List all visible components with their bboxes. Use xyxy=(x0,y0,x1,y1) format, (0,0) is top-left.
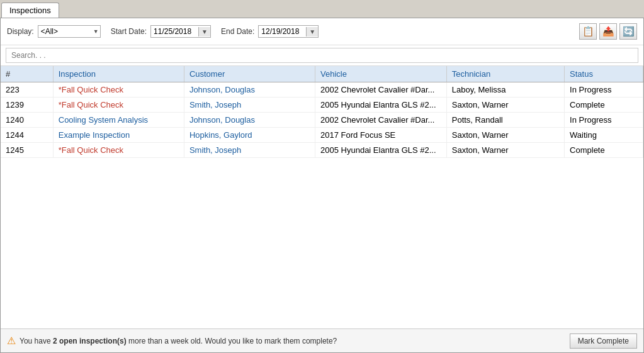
start-date-group: Start Date: ▼ xyxy=(111,25,211,38)
cell-inspection[interactable]: Cooling System Analysis xyxy=(53,113,184,128)
main-content-area: # Inspection Customer Vehicle Technician… xyxy=(1,66,643,328)
table-row[interactable]: 1239*Fall Quick CheckSmith, Joseph2005 H… xyxy=(1,98,643,113)
cell-customer[interactable]: Johnson, Douglas xyxy=(184,113,315,128)
cell-inspection[interactable]: *Fall Quick Check xyxy=(53,143,184,158)
table-container: # Inspection Customer Vehicle Technician… xyxy=(1,66,643,328)
table-row[interactable]: 1240Cooling System AnalysisJohnson, Doug… xyxy=(1,113,643,128)
col-header-customer: Customer xyxy=(184,66,315,82)
cell-num: 1240 xyxy=(1,113,53,128)
cell-technician: Laboy, Melissa xyxy=(446,82,564,98)
start-date-input[interactable] xyxy=(151,26,198,37)
display-group: Display: <All> ▼ xyxy=(7,25,101,38)
end-date-wrapper: ▼ xyxy=(258,25,319,38)
warning-text-open: open inspection(s) xyxy=(59,337,127,345)
search-bar xyxy=(1,45,643,66)
cell-status: Complete xyxy=(565,143,643,158)
cell-technician: Saxton, Warner xyxy=(446,128,564,143)
col-header-num: # xyxy=(1,66,53,82)
col-header-vehicle: Vehicle xyxy=(315,66,447,82)
warning-bold-count: 2 xyxy=(53,337,57,345)
table-header-row: # Inspection Customer Vehicle Technician… xyxy=(1,66,643,82)
cell-num: 1239 xyxy=(1,98,53,113)
cell-vehicle: 2002 Chevrolet Cavalier #Dar... xyxy=(315,82,447,98)
cell-customer[interactable]: Smith, Joseph xyxy=(184,143,315,158)
warning-icon: ⚠ xyxy=(7,335,16,347)
cell-vehicle: 2002 Chevrolet Cavalier #Dar... xyxy=(315,113,447,128)
display-select[interactable]: <All> xyxy=(38,25,101,38)
end-date-picker-btn[interactable]: ▼ xyxy=(306,27,318,36)
start-date-picker-btn[interactable]: ▼ xyxy=(198,27,210,36)
cell-technician: Potts, Randall xyxy=(446,113,564,128)
table-row[interactable]: 223*Fall Quick CheckJohnson, Douglas2002… xyxy=(1,82,643,98)
search-input[interactable] xyxy=(6,48,638,63)
cell-num: 223 xyxy=(1,82,53,98)
col-header-technician: Technician xyxy=(446,66,564,82)
export-btn[interactable]: 📤 xyxy=(599,23,617,40)
cell-inspection[interactable]: *Fall Quick Check xyxy=(53,98,184,113)
table-row[interactable]: 1245*Fall Quick CheckSmith, Joseph2005 H… xyxy=(1,143,643,158)
cell-customer[interactable]: Smith, Joseph xyxy=(184,98,315,113)
warning-text-more: more than a week old. Would you like to … xyxy=(128,337,337,345)
toolbar: Display: <All> ▼ Start Date: ▼ End Date:… xyxy=(1,18,643,45)
cell-status: In Progress xyxy=(565,82,643,98)
toolbar-right: 📋 📤 🔄 xyxy=(579,23,637,40)
table-row[interactable]: 1244 Example InspectionHopkins, Gaylord2… xyxy=(1,128,643,143)
cell-status: Complete xyxy=(565,98,643,113)
cell-inspection[interactable]: Example Inspection xyxy=(53,128,184,143)
mark-complete-button[interactable]: Mark Complete xyxy=(570,333,637,349)
cell-vehicle: 2005 Hyundai Elantra GLS #2... xyxy=(315,143,447,158)
bottom-bar: ⚠ You have 2 open inspection(s) more tha… xyxy=(1,328,643,352)
warning-text-1: You have xyxy=(20,337,51,345)
end-date-group: End Date: ▼ xyxy=(221,25,319,38)
cell-vehicle: 2017 Ford Focus SE xyxy=(315,128,447,143)
end-date-input[interactable] xyxy=(259,26,306,37)
start-date-label: Start Date: xyxy=(111,27,147,36)
inspections-table: # Inspection Customer Vehicle Technician… xyxy=(1,66,643,158)
cell-status: In Progress xyxy=(565,113,643,128)
col-header-inspection: Inspection xyxy=(53,66,184,82)
cell-customer[interactable]: Hopkins, Gaylord xyxy=(184,128,315,143)
cell-customer[interactable]: Johnson, Douglas xyxy=(184,82,315,98)
cell-technician: Saxton, Warner xyxy=(446,143,564,158)
start-date-wrapper: ▼ xyxy=(150,25,211,38)
bottom-bar-left: ⚠ You have 2 open inspection(s) more tha… xyxy=(7,335,337,347)
refresh-btn[interactable]: 🔄 xyxy=(619,23,637,40)
cell-num: 1244 xyxy=(1,128,53,143)
bottom-bar-text: You have 2 open inspection(s) more than … xyxy=(20,337,337,345)
cell-num: 1245 xyxy=(1,143,53,158)
end-date-label: End Date: xyxy=(221,27,254,36)
col-header-status: Status xyxy=(565,66,643,82)
cell-inspection[interactable]: *Fall Quick Check xyxy=(53,82,184,98)
cell-status: Waiting xyxy=(565,128,643,143)
copy-btn[interactable]: 📋 xyxy=(579,23,597,40)
cell-vehicle: 2005 Hyundai Elantra GLS #2... xyxy=(315,98,447,113)
display-select-wrapper[interactable]: <All> ▼ xyxy=(38,25,101,38)
inspections-tab[interactable]: Inspections xyxy=(1,3,59,18)
cell-technician: Saxton, Warner xyxy=(446,98,564,113)
display-label: Display: xyxy=(7,27,34,36)
